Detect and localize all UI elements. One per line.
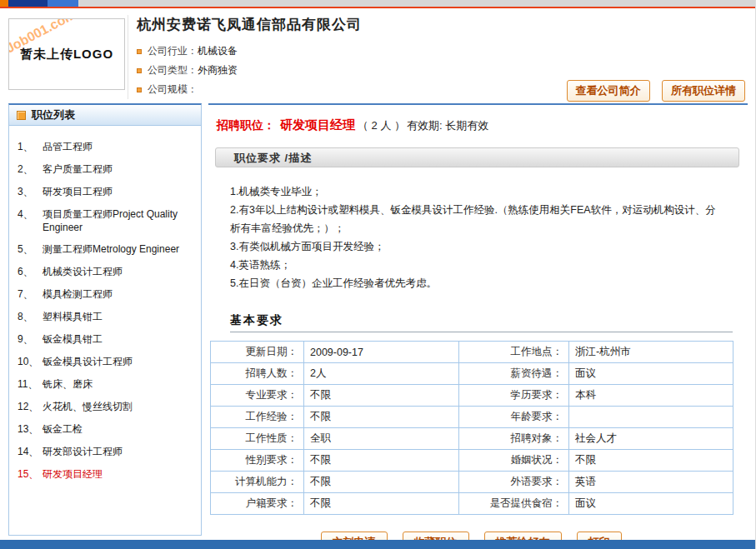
req-label: 学历要求：	[459, 385, 569, 407]
main-panel: 招聘职位：研发项目经理（ 2 人 ）有效期: 长期有效 职位要求 /描述 1.机…	[208, 103, 748, 536]
req-value: 不限	[304, 385, 459, 407]
req-label: 工作经验：	[211, 407, 304, 428]
job-item-label: 品管工程师	[43, 140, 198, 154]
table-row: 工作性质：全职招聘对象：社会人才	[211, 428, 733, 450]
req-value: 不限	[304, 407, 459, 428]
company-field: 公司规模：	[137, 80, 362, 99]
job-item-number: 6、	[18, 265, 43, 279]
company-header: Job001.com 暂未上传LOGO 杭州安费诺飞凤通信部品有限公司 公司行业…	[0, 8, 755, 102]
description-line: 4.英语熟练；	[230, 256, 718, 274]
job-description: 1.机械类专业毕业；2.有3年以上结构设计或塑料模具、钣金模具设计工作经验.（熟…	[230, 182, 718, 292]
job-item-label: 客户质量工程师	[43, 162, 198, 177]
job-list-item[interactable]: 13、钣金工检	[18, 418, 198, 441]
table-row: 户籍要求：不限是否提供食宿：面议	[211, 493, 733, 515]
req-value: 面议	[569, 493, 733, 515]
description-line: 1.机械类专业毕业；	[230, 182, 718, 201]
req-label: 招聘人数：	[211, 363, 304, 385]
req-value: 本科	[569, 385, 733, 407]
req-value: 2人	[304, 363, 459, 385]
job-item-label: 塑料模具钳工	[43, 310, 198, 324]
table-row: 性别要求：不限婚姻状况：不限	[211, 450, 733, 472]
job-item-label: 测量工程师Metrology Engineer	[43, 242, 198, 257]
position-headcount: （ 2 人 ）	[358, 119, 405, 132]
job-item-label: 钣金模具钳工	[43, 332, 198, 347]
job-item-label: 研发项目经理	[43, 467, 198, 482]
company-info: 杭州安费诺飞凤通信部品有限公司 公司行业：机械设备公司类型：外商独资公司规模：	[128, 15, 362, 99]
job-list-item[interactable]: 7、模具检测工程师	[18, 283, 198, 306]
job-item-label: 机械类设计工程师	[43, 265, 198, 279]
job-item-label: 研发项目工程师	[43, 185, 198, 199]
job-list-item[interactable]: 10、钣金模具设计工程师	[18, 351, 198, 373]
req-value: 2009-09-17	[304, 342, 459, 363]
job-item-label: 钣金工检	[43, 422, 198, 437]
company-field: 公司类型：外商独资	[137, 61, 362, 80]
job-item-label: 铣床、磨床	[43, 377, 198, 392]
position-validity: 有效期: 长期有效	[407, 119, 488, 132]
req-value: 不限	[304, 472, 459, 493]
logo-placeholder-text: 暂未上传LOGO	[20, 47, 113, 62]
req-label: 性别要求：	[211, 450, 304, 472]
all-jobs-detail-button[interactable]: 所有职位详情	[662, 80, 745, 102]
page: Job001.com 暂未上传LOGO 杭州安费诺飞凤通信部品有限公司 公司行业…	[0, 0, 756, 549]
job-item-number: 3、	[18, 185, 43, 199]
req-value: 社会人才	[569, 428, 733, 450]
basic-requirements-title: 基本要求	[230, 313, 283, 327]
description-line: 2.有3年以上结构设计或塑料模具、钣金模具设计工作经验.（熟练使用相关FEA软件…	[230, 201, 718, 237]
header-buttons: 查看公司简介 所有职位详情	[558, 80, 745, 102]
job-item-label: 项目质量工程师Project Quality Engineer	[43, 207, 198, 234]
topbar-navy-segment	[8, 0, 48, 7]
job-list-item[interactable]: 1、品管工程师	[18, 136, 198, 158]
job-list-item[interactable]: 15、研发项目经理	[18, 463, 198, 486]
job-list-item[interactable]: 4、项目质量工程师Project Quality Engineer	[18, 203, 198, 238]
job-list-item[interactable]: 14、研发部设计工程师	[18, 441, 198, 463]
topbar-orange-segment	[0, 0, 8, 7]
job-item-number: 9、	[18, 332, 43, 347]
job-item-label: 火花机、慢丝线切割	[43, 400, 198, 414]
job-list-item[interactable]: 3、研发项目工程师	[18, 181, 198, 203]
job-list-item[interactable]: 9、钣金模具钳工	[18, 328, 198, 351]
job-item-label: 模具检测工程师	[43, 287, 198, 302]
req-value: 英语	[569, 472, 733, 493]
topbar-blue-segment	[48, 0, 78, 7]
description-section-header: 职位要求 /描述	[215, 147, 739, 167]
job-list-item[interactable]: 2、客户质量工程师	[18, 158, 198, 181]
req-value: 面议	[569, 363, 733, 385]
table-row: 工作经验：不限年龄要求：	[211, 407, 733, 428]
company-field: 公司行业：机械设备	[137, 42, 362, 61]
req-label: 计算机能力：	[211, 472, 304, 493]
basic-requirements-header: 基本要求	[230, 312, 733, 332]
bullet-icon	[137, 49, 142, 54]
req-label: 工作性质：	[211, 428, 304, 450]
req-label: 是否提供食宿：	[459, 493, 569, 515]
description-line: 5.在日资（台资）企业工作经验者优先考虑。	[230, 274, 718, 292]
job-item-number: 8、	[18, 310, 43, 324]
position-label: 招聘职位：	[217, 118, 275, 132]
job-item-label: 钣金模具设计工程师	[43, 355, 198, 369]
req-value: 浙江-杭州市	[569, 342, 733, 363]
req-value: 不限	[304, 493, 459, 515]
req-value: 全职	[304, 428, 459, 450]
job-list-item[interactable]: 5、测量工程师Metrology Engineer	[18, 238, 198, 261]
field-label: 公司规模：	[148, 82, 198, 97]
job-item-number: 15、	[18, 467, 43, 482]
job-list-item[interactable]: 6、机械类设计工程师	[18, 261, 198, 283]
table-row: 计算机能力：不限外语要求：英语	[211, 472, 733, 493]
job-item-number: 12、	[18, 400, 43, 414]
req-label: 薪资待遇：	[459, 363, 569, 385]
job-list-item[interactable]: 8、塑料模具钳工	[18, 306, 198, 328]
sidebar: 职位列表 1、品管工程师2、客户质量工程师3、研发项目工程师4、项目质量工程师P…	[8, 103, 202, 536]
view-company-profile-button[interactable]: 查看公司简介	[567, 80, 650, 102]
req-label: 更新日期：	[211, 342, 304, 363]
job-item-number: 10、	[18, 355, 43, 369]
company-fields: 公司行业：机械设备公司类型：外商独资公司规模：	[137, 42, 362, 99]
position-header: 招聘职位：研发项目经理（ 2 人 ）有效期: 长期有效	[217, 117, 748, 133]
content-area: 职位列表 1、品管工程师2、客户质量工程师3、研发项目工程师4、项目质量工程师P…	[0, 102, 755, 540]
req-label: 专业要求：	[211, 385, 304, 407]
job-list-item[interactable]: 11、铣床、磨床	[18, 373, 198, 396]
job-list-item[interactable]: 12、火花机、慢丝线切割	[18, 396, 198, 418]
req-value	[569, 407, 733, 428]
table-row: 招聘人数：2人薪资待遇：面议	[211, 363, 733, 385]
description-line: 3.有类似机械方面项目开发经验；	[230, 237, 718, 256]
job-item-number: 14、	[18, 445, 43, 459]
req-label: 年龄要求：	[459, 407, 569, 428]
